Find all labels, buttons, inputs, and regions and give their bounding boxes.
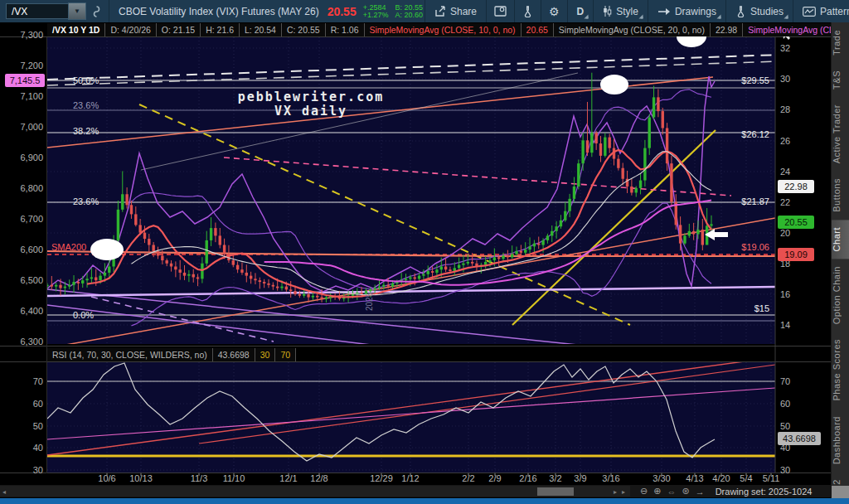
right-price-badge-text: 22.98 [784, 182, 808, 191]
rsi-axis-tick: 70 [780, 376, 790, 386]
left-axis-tick: 7,100 [20, 91, 43, 101]
plot-label: 23.6% [73, 196, 99, 206]
chart-scrollbar[interactable]: ◂ ▸ ▸ [0, 486, 630, 497]
plot-label: 0.0% [73, 310, 94, 320]
rsi-axis-tick: 30 [780, 465, 790, 475]
plot-label: 23.6% [73, 100, 99, 110]
sidebar-tab-buttons[interactable]: Buttons [832, 171, 849, 220]
scrollbar-thumb[interactable] [537, 487, 574, 496]
sidebar-tab-option-chain[interactable]: Option Chain [832, 259, 849, 332]
toolbar-separator [109, 0, 109, 22]
sidebar-tab-t-s[interactable]: T&S [832, 63, 849, 97]
left-axis-tick: 6,400 [20, 306, 43, 316]
go-right-icon[interactable]: → [696, 487, 705, 497]
chart-header-cell: R: 1.06 [326, 23, 365, 36]
chart-header-cell: 20.65 [522, 23, 554, 36]
rsi-axis-tick: 30 [33, 465, 43, 475]
patterns-button[interactable]: Patterns [795, 0, 849, 22]
rsi-axis-tick: 60 [33, 399, 43, 409]
toolbar-separator [593, 0, 594, 22]
right-axis-tick: 14 [780, 320, 790, 330]
left-axis-tick: 6,500 [20, 275, 43, 285]
rsi-header-cell: 70 [275, 348, 296, 361]
scroll-left-arrow-icon[interactable]: ◂ [2, 488, 6, 496]
watermark-line2: VX daily [274, 104, 347, 119]
left-axis-tick: 7,200 [20, 61, 43, 70]
right-axis-tick: 22 [780, 197, 790, 207]
left-axis-tick: 6,900 [20, 153, 43, 162]
toolbar-separator [725, 0, 726, 22]
rsi-axis-tick: 60 [780, 399, 790, 409]
symbol-dropdown-button[interactable]: ▼ [68, 2, 86, 20]
chart-header-cell: /VX 10 Y 1D [47, 23, 105, 36]
ellipse-annotation[interactable] [90, 239, 124, 260]
right-price-badge-text: 19.09 [784, 250, 808, 259]
bid-ask-block: B: 20.55 A: 20.60 [395, 4, 423, 19]
rsi-header-cell: RSI (14, 70, 30, CLOSE, WILDERS, no) [47, 348, 213, 361]
sidebar-tab-chart[interactable]: Chart [832, 220, 849, 259]
drawings-button[interactable]: Drawings [650, 0, 724, 22]
chart-header-cell: L: 20.54 [240, 23, 282, 36]
style-label: Style [616, 6, 638, 17]
resize-grip[interactable] [832, 486, 849, 498]
right-axis-tick: 30 [780, 74, 790, 84]
pan-arrows-icon[interactable]: ⇔ [667, 487, 676, 497]
toolbar-separator [648, 0, 648, 22]
timeframe-button[interactable]: D [570, 0, 592, 22]
scroll-right-arrow-icon[interactable]: ▸ [622, 488, 625, 496]
globe-icon[interactable]: ⊛ [682, 486, 689, 497]
chart-header-row: /VX 10 Y 1DD: 4/20/26O: 21.15H: 21.6L: 2… [47, 23, 849, 36]
instrument-title: CBOE Volatility Index (VIX) Futures (MAY… [119, 6, 319, 17]
drawing-set-label[interactable]: Drawing set: 2025-1024 [716, 487, 813, 497]
rsi-header-cell: 30 [255, 348, 276, 361]
sidebar-tab-active-trader[interactable]: Active Trader [832, 97, 849, 171]
arrow-icon [657, 7, 671, 16]
rsi-header-cell: 43.6698 [213, 348, 255, 361]
left-axis-tick: 6,700 [20, 214, 43, 224]
analyze-flask-icon[interactable] [517, 0, 539, 22]
left-axis-tick: 7,000 [20, 122, 43, 132]
chart-header-cell: O: 21.15 [157, 23, 201, 36]
settings-gear-icon[interactable]: ⚙ [543, 0, 565, 22]
share-icon [434, 6, 446, 17]
last-price: 20.55 [327, 5, 357, 18]
style-button[interactable]: Style [595, 0, 646, 22]
sidebar-tab-phase-scores[interactable]: Phase Scores [832, 332, 849, 408]
studies-button[interactable]: Studies [728, 0, 791, 22]
chart-scroll-row: ◂ ▸ ▸ ⊖ ⊕ ⇔ ⊛ → Drawing set: 2025-1024 [0, 485, 832, 497]
chart-canvas[interactable]: pebblewriter.comVX daily50.0%23.6%38.2%2… [0, 22, 832, 485]
plot-label: 38.2% [73, 126, 99, 136]
symbol-input[interactable]: /VX [6, 3, 68, 19]
chart-header-cell: SimpleMovingAvg (CLOSE, 20, 0, no) [554, 23, 711, 36]
chart-header-cell: SimpleMovingAvg (CLOSE, 10, 0, no) [365, 23, 522, 36]
right-gadget-tabs: TradeT&SActive TraderButtonsChartOption … [831, 22, 849, 498]
zoom-in-icon[interactable]: ⊕ [653, 486, 661, 497]
timeframe-label: D [577, 6, 585, 17]
patterns-icon [803, 7, 816, 17]
quote-block: 20.55 +.2584 +1.27% B: 20.55 A: 20.60 [327, 4, 423, 19]
right-axis-tick: 16 [780, 289, 790, 299]
chart-region[interactable]: pebblewriter.comVX daily50.0%23.6%38.2%2… [0, 22, 832, 485]
sidebar-tab-dashboard[interactable]: Dashboard [832, 409, 849, 472]
ondemand-icon[interactable] [488, 0, 512, 22]
symbol-box: /VX ▼ [6, 2, 86, 20]
toolbar-separator [424, 0, 425, 22]
rsi-axis-tick: 70 [33, 376, 43, 386]
link-chart-icon[interactable] [86, 0, 107, 22]
right-axis-tick: 20 [780, 228, 790, 238]
toolbar-separator [486, 0, 487, 22]
share-button[interactable]: Share [427, 0, 484, 22]
rsi-axis-tick: 40 [33, 443, 43, 453]
watermark-line1: pebblewriter.com [238, 90, 385, 104]
chart-header-cell: C: 20.55 [282, 23, 326, 36]
toolbar-separator [514, 0, 515, 22]
zoom-out-icon[interactable]: ⊖ [640, 486, 648, 497]
scroll-right-arrow-icon[interactable]: ▸ [614, 488, 617, 496]
right-axis-tick: 28 [780, 104, 790, 114]
sidebar-tab-trade[interactable]: Trade [832, 22, 849, 63]
right-axis-tick: 24 [780, 167, 790, 177]
rsi-header-row: RSI (14, 70, 30, CLOSE, WILDERS, no)43.6… [47, 348, 296, 361]
plot-label: $29.55 [741, 75, 769, 85]
candles-icon [603, 6, 612, 17]
ellipse-annotation[interactable] [600, 75, 628, 94]
